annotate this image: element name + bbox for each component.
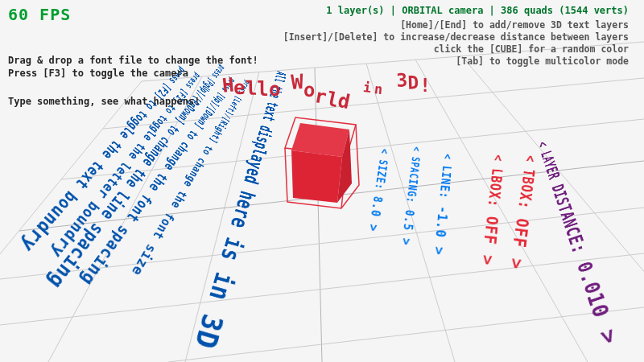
hint-layers: [Home]/[End] to add/remove 3D text layer… bbox=[283, 19, 629, 31]
hint-drag-drop: Drag & drop a font file to change the fo… bbox=[8, 54, 258, 68]
fps-counter: 60 FPS bbox=[8, 5, 71, 24]
title-letter bbox=[349, 66, 361, 88]
title-letter bbox=[384, 66, 395, 88]
title-letter: ! bbox=[419, 75, 431, 97]
raylib-text3d-window: All the text displayed here is in 3D pre… bbox=[0, 0, 644, 362]
left-hints: Drag & drop a font file to change the fo… bbox=[8, 27, 258, 136]
right-hints-block: 1 layer(s) | ORBITAL camera | 386 quads … bbox=[283, 5, 629, 68]
cube-face-front[interactable] bbox=[291, 150, 342, 203]
title-letter: o bbox=[268, 78, 280, 101]
hint-multicolor: [Tab] to toggle multicolor mode bbox=[283, 56, 629, 68]
stats-line: 1 layer(s) | ORBITAL camera | 386 quads … bbox=[283, 5, 629, 17]
title-letter: i bbox=[362, 80, 372, 97]
title-letter: 3 bbox=[395, 69, 407, 91]
title-letter bbox=[280, 66, 291, 88]
cube-faces[interactable] bbox=[291, 123, 352, 203]
title-letter: W bbox=[291, 70, 304, 94]
hint-cube-color: click the [CUBE] for a random color bbox=[283, 43, 629, 56]
hint-toggle-camera: Press [F3] to toggle the camera bbox=[8, 68, 188, 79]
hint-layer-distance: [Insert]/[Delete] to increase/decrease d… bbox=[283, 31, 629, 43]
title-letter: n bbox=[374, 81, 383, 98]
hint-type-something: Type something, see what happens! bbox=[8, 95, 258, 109]
title-letter: D bbox=[407, 72, 419, 93]
title-letter: l bbox=[257, 78, 268, 101]
